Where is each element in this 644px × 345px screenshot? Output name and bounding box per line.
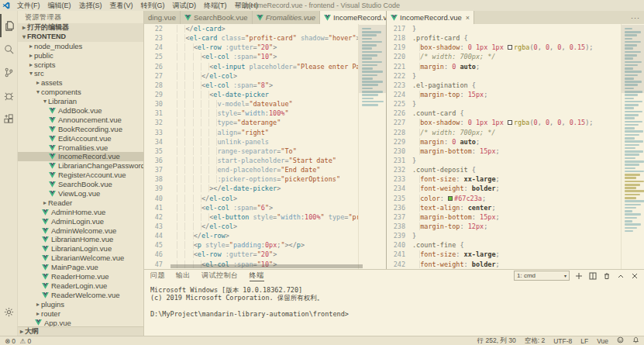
tree-item-ReaderWelcome.vue[interactable]: ReaderWelcome.vue [18, 291, 143, 300]
kill-terminal-icon[interactable] [602, 271, 611, 281]
new-terminal-icon[interactable] [574, 271, 584, 281]
code-line[interactable]: 222} [387, 71, 644, 81]
menu-item[interactable]: 查看(V) [106, 0, 137, 11]
code-line[interactable]: 28 <el-col :span="8"> [144, 81, 386, 90]
tree-item-BookRecording.vue[interactable]: BookRecording.vue [18, 125, 143, 134]
code-line[interactable]: 30 v-model="datevalue" [144, 99, 386, 109]
tree-item-plugins[interactable]: ▸plugins [18, 300, 143, 309]
code-line[interactable]: 31 style="width:100%" [144, 109, 386, 118]
source-control-icon[interactable] [0, 60, 18, 84]
menu-item[interactable]: 选择(S) [75, 0, 106, 11]
tree-item-SearchBook.vue[interactable]: SearchBook.vue [18, 180, 143, 189]
code-line[interactable]: 24 <el-row :gutter="20"> [144, 43, 386, 52]
tree-item-Fromalities.vue[interactable]: Fromalities.vue [18, 143, 143, 153]
panel-tabs[interactable]: 问题输出调试控制台终端 [150, 270, 275, 281]
tree-item-ViewLog.vue[interactable]: ViewLog.vue [18, 189, 143, 198]
code-line[interactable]: 237 margin-bottom: 15px; [387, 212, 644, 222]
code-line[interactable]: 35 range-separator="To" [144, 147, 386, 156]
code-line[interactable]: 43 </el-col> [144, 222, 386, 231]
code-line[interactable]: 217} [387, 24, 644, 33]
tree-item-public[interactable]: ▸public [18, 51, 143, 60]
tab-IncomeRecord.vue[interactable]: IncomeRecord.vue× [387, 11, 474, 24]
code-line[interactable]: 218.profit-card { [387, 33, 644, 43]
more-icon[interactable]: ··· [630, 12, 641, 23]
code-line[interactable]: 33 align="right" [144, 128, 386, 137]
code-line[interactable]: 240.count-fine { [387, 240, 644, 250]
code-line[interactable]: 220 /* width: 700px; */ [387, 52, 644, 61]
status-item[interactable]: Vue [597, 337, 608, 345]
tree-item-FRONTEND[interactable]: ▾FRONTEND [18, 33, 143, 42]
code-line[interactable]: 39 ></el-date-picker> [144, 184, 386, 193]
code-line[interactable]: 233 font-size: xx-large; [387, 174, 644, 184]
tree-item-LibrarianHome.vue[interactable]: LibrarianHome.vue [18, 235, 143, 244]
code-line[interactable]: 226.count-card { [387, 109, 644, 118]
tree-item-EditAccount.vue[interactable]: EditAccount.vue [18, 134, 143, 143]
minimap-right[interactable] [621, 24, 644, 269]
code-editor-right[interactable]: 217}218.profit-card {219 box-shadow: 0 1… [387, 24, 644, 269]
code-line[interactable]: 235 color: #67c23a; [387, 194, 644, 203]
extensions-icon[interactable] [0, 107, 18, 130]
code-line[interactable]: 242 font-weight: bolder; [387, 260, 644, 269]
tree-item-Announcement.vue[interactable]: Announcement.vue [18, 116, 143, 125]
tree-item-AdminHome.vue[interactable]: AdminHome.vue [18, 208, 143, 217]
terminal-output[interactable]: Microsoft Windows [版本 10.0.18362.720](c)… [144, 281, 644, 318]
problems-status[interactable]: ⊗ 0 ⚠ 0 [5, 337, 31, 345]
menu-item[interactable]: 转到(G) [137, 0, 169, 11]
code-line[interactable]: 238 margin-top: 12px; [387, 222, 644, 231]
tree-item-AdminWelcome.vue[interactable]: AdminWelcome.vue [18, 226, 143, 236]
code-line[interactable]: 223.el-pagination { [387, 81, 644, 90]
code-line[interactable]: 228 /* width: 700px; */ [387, 128, 644, 137]
tree-item-LibrarianChangePassword.vue[interactable]: LibrarianChangePassword.vue [18, 161, 143, 171]
code-line[interactable]: 27 </el-col> [144, 71, 386, 81]
split-terminal-icon[interactable] [588, 271, 598, 281]
tab-SearchBook.vue[interactable]: SearchBook.vue [181, 11, 253, 24]
tab-bar-right[interactable]: IncomeRecord.vue×··· [387, 11, 644, 24]
code-line[interactable]: 37 end-placeholder="End date" [144, 165, 386, 174]
tree-item-Reader[interactable]: ▸Reader [18, 198, 143, 208]
code-line[interactable]: 34 unlink-panels [144, 137, 386, 147]
menu-item[interactable]: 终端(T) [200, 0, 231, 11]
code-line[interactable]: 44 </el-row> [144, 231, 386, 240]
tab-bar-left[interactable]: ding.vueSearchBook.vueFromalities.vueInc… [144, 11, 386, 24]
tree-item-router[interactable]: ▸router [18, 309, 143, 319]
code-line[interactable]: 241 font-size: xx-large; [387, 250, 644, 259]
debug-icon[interactable] [0, 84, 18, 107]
settings-gear-icon[interactable] [0, 300, 18, 323]
status-item[interactable]: UTF-8 [553, 337, 572, 345]
code-line[interactable]: 231} [387, 156, 644, 165]
tab-IncomeRecord.vue[interactable]: IncomeRecord.vue● [320, 11, 386, 24]
code-line[interactable]: 232.count-deposit { [387, 165, 644, 174]
search-icon[interactable] [0, 37, 18, 60]
code-line[interactable]: 230 margin-bottom: 15px; [387, 147, 644, 156]
code-line[interactable]: 29 <el-date-picker [144, 90, 386, 99]
tree-item-LibrarianWelcome.vue[interactable]: LibrarianWelcome.vue [18, 254, 143, 263]
tree-item-LibrarianLogin.vue[interactable]: LibrarianLogin.vue [18, 244, 143, 254]
explorer-icon[interactable] [0, 14, 18, 37]
code-line[interactable]: 227 box-shadow: 0 1px 1px rgba(0, 0, 0, … [387, 118, 644, 127]
tree-item-MainPage.vue[interactable]: MainPage.vue [18, 263, 143, 272]
tree-item-components[interactable]: ▾components [18, 88, 143, 97]
code-line[interactable]: 239} [387, 231, 644, 240]
tab-Fromalities.vue[interactable]: Fromalities.vue [253, 11, 320, 24]
panel-tab-输出[interactable]: 输出 [176, 270, 191, 281]
code-line[interactable]: 23 <el-card class="profit-card" shadow="… [144, 33, 386, 43]
notifications-bell-icon[interactable] [632, 336, 639, 345]
outline-section[interactable]: ▸ 大纲 [18, 326, 143, 336]
code-line[interactable]: 40 </el-col> [144, 194, 386, 203]
tree-item-assets[interactable]: ▸assets [18, 78, 143, 88]
tree-item-IncomeRecord.vue[interactable]: IncomeRecord.vue [18, 152, 143, 161]
tree-item-node_modules[interactable]: ▸node_modules [18, 42, 143, 51]
code-line[interactable]: 236 text-align: center; [387, 203, 644, 212]
minimap-slider[interactable] [622, 25, 644, 93]
maximize-panel-icon[interactable] [616, 271, 625, 281]
code-line[interactable]: 45 <p style="padding:0px;"></p> [144, 240, 386, 250]
code-line[interactable]: 32 type="daterange" [144, 118, 386, 127]
minimap-left[interactable] [358, 24, 386, 269]
terminal-picker[interactable]: 1: cmd ▾ [514, 271, 570, 281]
panel-tab-调试控制台[interactable]: 调试控制台 [201, 270, 239, 281]
status-item[interactable]: 行 252, 列 30 [477, 336, 516, 345]
tree-item-ReaderLogin.vue[interactable]: ReaderLogin.vue [18, 281, 143, 291]
menu-bar[interactable]: 文件(F)编辑(E)选择(S)查看(V)转到(G)调试(D)终端(T)帮助(H) [13, 0, 262, 11]
minimap-slider[interactable] [359, 25, 386, 93]
code-line[interactable]: 38 :picker-options="pickerOptions" [144, 174, 386, 184]
